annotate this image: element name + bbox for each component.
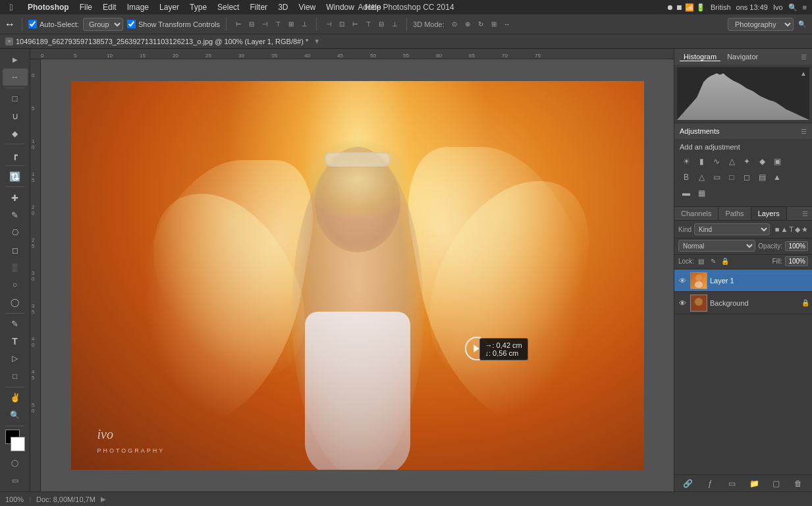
align-center-v-icon[interactable]: ⊞ bbox=[285, 18, 297, 30]
view-menu[interactable]: View bbox=[293, 1, 321, 13]
background-color[interactable] bbox=[11, 437, 25, 451]
bw-adj[interactable]: B bbox=[680, 171, 693, 184]
tab-filename[interactable]: 10496189_662793597138573_256392713110312… bbox=[16, 38, 308, 45]
blur-tool[interactable]: ○ bbox=[3, 277, 28, 293]
lock-pixels-icon[interactable]: ▤ bbox=[697, 257, 706, 266]
levels-adj[interactable]: ▮ bbox=[695, 155, 708, 168]
new-group-btn[interactable]: 📁 bbox=[747, 477, 761, 490]
colorbalance-adj[interactable]: ▣ bbox=[771, 155, 784, 168]
tab-close-btn[interactable]: × bbox=[5, 38, 13, 45]
layers-panel-menu[interactable]: ☰ bbox=[802, 210, 808, 217]
navigator-tab[interactable]: Navigator bbox=[723, 53, 762, 61]
color-swatches[interactable] bbox=[3, 430, 28, 451]
layer-menu[interactable]: Layer bbox=[154, 1, 184, 13]
align-left-icon[interactable]: ⊢ bbox=[232, 18, 244, 30]
image-menu[interactable]: Image bbox=[122, 1, 154, 13]
layer-item-background[interactable]: 👁 Background 🔒 bbox=[674, 292, 812, 314]
3d-icon4[interactable]: ⊞ bbox=[488, 18, 500, 30]
histogram-menu-icon[interactable]: ☰ bbox=[801, 53, 807, 61]
zoom-tool[interactable]: 🔍 bbox=[3, 407, 28, 423]
channelmix-adj[interactable]: ▭ bbox=[710, 171, 723, 184]
add-mask-btn[interactable]: ▭ bbox=[726, 477, 739, 490]
kind-filter-shape[interactable]: ◆ bbox=[795, 225, 800, 234]
selective-adj[interactable]: ▦ bbox=[695, 186, 708, 200]
move-tool[interactable]: ↔ bbox=[3, 69, 28, 85]
dist-center-h-icon[interactable]: ⊡ bbox=[336, 18, 348, 30]
kind-select[interactable]: Kind bbox=[694, 223, 770, 235]
marquee-tool[interactable]: □ bbox=[3, 90, 28, 107]
adjustments-header[interactable]: Adjustments ☰ bbox=[674, 123, 812, 139]
magic-wand-tool[interactable]: ◆ bbox=[3, 125, 28, 142]
eyedropper-tool[interactable]: 🔃 bbox=[3, 168, 28, 184]
opacity-value[interactable]: 100% bbox=[785, 241, 808, 251]
link-layers-btn[interactable]: 🔗 bbox=[682, 477, 695, 490]
3d-menu[interactable]: 3D bbox=[273, 1, 293, 13]
pen-tool[interactable]: ✎ bbox=[3, 316, 28, 332]
edit-menu[interactable]: Edit bbox=[97, 1, 122, 13]
gradmap-adj[interactable]: ▬ bbox=[680, 186, 693, 200]
canvas-scroll[interactable]: ivo PHOTOGRAPHY →: 0,42 cm ↓: 0,56 cm bbox=[41, 59, 674, 492]
dist-left-icon[interactable]: ⊣ bbox=[323, 18, 335, 30]
align-bottom-icon[interactable]: ⊥ bbox=[298, 18, 310, 30]
search-icon[interactable]: 🔍 bbox=[788, 3, 798, 12]
dist-bottom-icon[interactable]: ⊥ bbox=[389, 18, 400, 30]
transform-controls-checkbox[interactable] bbox=[127, 20, 136, 28]
align-top-icon[interactable]: ⊤ bbox=[272, 18, 284, 30]
dist-center-v-icon[interactable]: ⊟ bbox=[375, 18, 387, 30]
crop-tool[interactable]: ┏ bbox=[3, 146, 28, 163]
lock-all-icon[interactable]: 🔒 bbox=[720, 257, 730, 266]
3d-icon5[interactable]: ↔ bbox=[501, 18, 513, 30]
auto-select-checkbox[interactable] bbox=[28, 20, 37, 28]
histogram-header[interactable]: Histogram Navigator ☰ bbox=[674, 49, 812, 65]
workspace-select[interactable]: Photography bbox=[728, 18, 794, 31]
exposure-adj[interactable]: △ bbox=[725, 155, 738, 168]
delete-layer-btn[interactable]: 🗑 bbox=[792, 477, 805, 490]
hsl-adj[interactable]: ◆ bbox=[755, 155, 769, 168]
text-tool[interactable]: T bbox=[3, 333, 28, 349]
brightness-adj[interactable]: ☀ bbox=[680, 155, 693, 168]
heal-brush-tool[interactable]: ✚ bbox=[3, 189, 28, 206]
status-arrow-icon[interactable]: ▶ bbox=[101, 495, 106, 503]
kind-filter-smart[interactable]: ★ bbox=[801, 225, 808, 234]
lock-position-icon[interactable]: ✎ bbox=[709, 257, 718, 266]
doc-info[interactable]: Doc: 8,00M/10,7M bbox=[36, 495, 95, 503]
channels-tab[interactable]: Channels bbox=[674, 207, 718, 220]
move-tool-option[interactable]: ↔ bbox=[4, 18, 16, 30]
adjustments-menu-icon[interactable]: ☰ bbox=[801, 128, 807, 135]
dist-top-icon[interactable]: ⊤ bbox=[362, 18, 374, 30]
new-layer-btn[interactable]: ▢ bbox=[770, 477, 783, 490]
type-menu[interactable]: Type bbox=[184, 1, 212, 13]
3d-icon3[interactable]: ↻ bbox=[475, 18, 487, 30]
path-select-tool[interactable]: ▷ bbox=[3, 351, 28, 367]
posterize-adj[interactable]: ▤ bbox=[755, 171, 769, 184]
kind-filter-text[interactable]: T bbox=[789, 225, 794, 234]
vibrance-adj[interactable]: ✦ bbox=[740, 155, 753, 168]
eraser-tool[interactable]: ◻ bbox=[3, 242, 28, 258]
align-right-icon[interactable]: ⊣ bbox=[259, 18, 271, 30]
layer-item-layer1[interactable]: 👁 Layer 1 bbox=[674, 269, 812, 292]
search-option-icon[interactable]: 🔍 bbox=[796, 18, 808, 30]
filter-menu[interactable]: Filter bbox=[244, 1, 273, 13]
histogram-tab[interactable]: Histogram bbox=[680, 53, 720, 61]
dodge-tool[interactable]: ◯ bbox=[3, 294, 28, 310]
gradient-tool[interactable]: ░ bbox=[3, 259, 28, 275]
app-menu[interactable]: Photoshop bbox=[22, 1, 74, 13]
kind-filter-pixel[interactable]: ■ bbox=[775, 225, 780, 234]
blend-mode-select[interactable]: Normal bbox=[678, 240, 755, 252]
3d-icon1[interactable]: ⊙ bbox=[448, 18, 460, 30]
align-center-h-icon[interactable]: ⊟ bbox=[246, 18, 257, 30]
dist-right-icon[interactable]: ⊢ bbox=[349, 18, 361, 30]
kind-filter-adj[interactable]: ▲ bbox=[780, 225, 788, 234]
curves-adj[interactable]: ∿ bbox=[710, 155, 723, 168]
hand-tool[interactable]: ✌ bbox=[3, 389, 28, 406]
user[interactable]: Ivo bbox=[773, 3, 783, 11]
apple-logo[interactable]:  bbox=[5, 1, 17, 13]
invert-adj[interactable]: ◻ bbox=[740, 171, 753, 184]
select-menu[interactable]: Select bbox=[212, 1, 244, 13]
add-style-btn[interactable]: ƒ bbox=[703, 477, 717, 490]
brush-tool[interactable]: ✎ bbox=[3, 207, 28, 223]
quick-mask-btn[interactable]: ◯ bbox=[3, 455, 28, 471]
photofilter-adj[interactable]: △ bbox=[695, 171, 708, 184]
clone-tool[interactable]: ⎔ bbox=[3, 224, 28, 240]
shape-tool[interactable]: □ bbox=[3, 368, 28, 384]
